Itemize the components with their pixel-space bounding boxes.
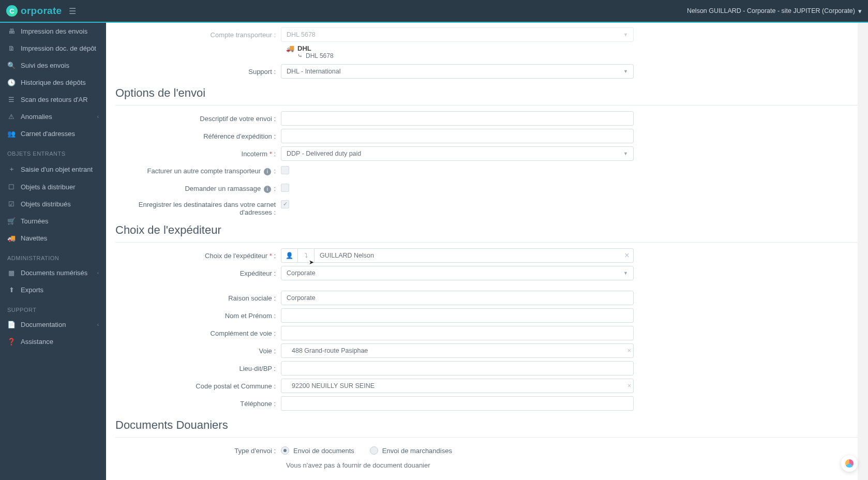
descriptif-input[interactable]	[281, 111, 634, 126]
facturer-autre-checkbox[interactable]	[281, 166, 289, 174]
sidebar-item-scan-retours-ar[interactable]: Scan des retours d'AR	[0, 91, 106, 108]
print-icon	[7, 27, 16, 35]
enregistrer-dest-checkbox[interactable]: ✓	[281, 200, 289, 208]
lieu-dit-label: Lieu-dit/BP :	[115, 365, 281, 372]
section-douane-title: Documents Douaniers	[115, 418, 859, 432]
type-envoi-documents[interactable]: Envoi de documents	[281, 446, 354, 455]
radio-label: Envoi de documents	[293, 447, 354, 455]
sidebar-item-exports[interactable]: Exports	[0, 281, 106, 298]
person-icon[interactable]	[281, 249, 298, 262]
user-display: Nelson GUILLARD - Corporate - site JUPIT…	[687, 7, 855, 14]
code-postal-commune-input[interactable]	[287, 379, 624, 393]
user-menu[interactable]: Nelson GUILLARD - Corporate - site JUPIT…	[687, 7, 862, 15]
facturer-autre-label: Facturer un autre compte transporteur i …	[115, 167, 281, 175]
info-icon[interactable]: i	[264, 186, 271, 193]
truck-icon	[7, 234, 16, 242]
radio-label: Envoi de marchandises	[382, 447, 452, 455]
code-postal-commune-label: Code postal et Commune :	[115, 382, 281, 390]
upload-icon	[7, 286, 16, 294]
choix-expediteur-picker[interactable]: ⤵ GUILLARD Nelson ×	[281, 248, 634, 263]
sidebar-item-impression-envois[interactable]: Impression des envois	[0, 23, 106, 40]
sidebar-item-objets-distribues[interactable]: Objets distribués	[0, 196, 106, 213]
info-icon[interactable]: i	[264, 168, 271, 175]
grid-icon	[7, 269, 16, 277]
clear-icon[interactable]: ×	[624, 347, 631, 354]
sidebar-item-objets-a-distribuer[interactable]: Objets à distribuer	[0, 178, 106, 196]
type-envoi-marchandises[interactable]: Envoi de marchandises	[370, 446, 452, 455]
nom-prenom-label: Nom et Prénom :	[115, 312, 281, 320]
history-icon	[7, 79, 16, 86]
menu-toggle-icon[interactable]: ☰	[69, 6, 76, 16]
branch-icon: ⤷	[297, 52, 303, 59]
sidebar-item-assistance[interactable]: Assistance	[0, 333, 106, 350]
choix-expediteur-value: GUILLARD Nelson	[315, 249, 621, 262]
sidebar-item-suivi-envois[interactable]: Suivi des envois	[0, 57, 106, 74]
sidebar-item-label: Documentation	[21, 321, 66, 328]
carrier-name: DHL	[297, 44, 311, 52]
sidebar-item-anomalies[interactable]: Anomalies ‹	[0, 108, 106, 125]
sidebar-item-navettes[interactable]: Navettes	[0, 230, 106, 247]
sidebar-item-label: Carnet d'adresses	[21, 130, 75, 138]
plus-icon	[7, 164, 16, 174]
type-envoi-label: Type d'envoi :	[115, 447, 281, 455]
sidebar-item-label: Historique des dépôts	[21, 79, 86, 86]
caret-icon: ▼	[623, 32, 628, 37]
swirl-icon	[845, 459, 854, 468]
sidebar-item-label: Exports	[21, 286, 43, 294]
sidebar-item-label: Impression des envois	[21, 27, 87, 35]
caret-icon: ▼	[623, 69, 628, 74]
chevron-left-icon: ‹	[97, 114, 99, 119]
box-icon	[7, 183, 16, 191]
support-value: DHL - International	[287, 68, 623, 75]
complement-voie-label: Complément de voie :	[115, 329, 281, 337]
clear-icon[interactable]: ×	[624, 382, 631, 389]
sidebar-item-tournees[interactable]: Tournées	[0, 213, 106, 230]
voie-input[interactable]	[287, 344, 624, 357]
nom-prenom-input[interactable]	[281, 308, 634, 323]
carrier-tree: DHL ⤷ DHL 5678	[286, 44, 859, 59]
sidebar-item-impression-doc-depot[interactable]: Impression doc. de dépôt	[0, 40, 106, 57]
complement-voie-input[interactable]	[281, 326, 634, 340]
support-label: Support :	[115, 68, 281, 76]
search-icon	[7, 62, 16, 69]
clear-icon[interactable]: ×	[621, 249, 633, 262]
support-select[interactable]: DHL - International ▼	[281, 64, 634, 79]
sidebar-item-label: Objets à distribuer	[21, 183, 76, 191]
org-icon[interactable]: ⤵	[298, 249, 315, 262]
check-icon	[7, 200, 16, 208]
sidebar-item-label: Navettes	[21, 234, 47, 242]
sidebar-item-label: Impression doc. de dépôt	[21, 44, 96, 52]
radio-icon	[281, 446, 289, 455]
docu-icon	[7, 321, 16, 328]
sidebar-item-carnet-adresses[interactable]: Carnet d'adresses	[0, 125, 106, 142]
sidebar-item-label: Saisie d'un objet entrant	[21, 166, 93, 173]
sidebar-item-documents-numerises[interactable]: Documents numérisés ‹	[0, 264, 106, 281]
demander-ramassage-label: Demander un ramassage i :	[115, 185, 281, 193]
expediteur-select[interactable]: Corporate ▼	[281, 266, 634, 280]
caret-icon: ▼	[623, 271, 628, 276]
cart-icon	[7, 217, 16, 225]
scan-icon	[7, 96, 16, 103]
incoterm-select[interactable]: DDP - Delivered duty paid ▼	[281, 146, 634, 161]
sidebar-item-historique-depots[interactable]: Historique des dépôts	[0, 74, 106, 91]
sidebar-item-documentation[interactable]: Documentation ‹	[0, 316, 106, 333]
lieu-dit-input[interactable]	[281, 361, 634, 376]
sidebar-item-saisie-objet-entrant[interactable]: Saisie d'un objet entrant	[0, 160, 106, 178]
chevron-left-icon: ‹	[97, 270, 99, 276]
compte-transporteur-select[interactable]: DHL 5678 ▼	[281, 27, 634, 42]
carrier-account: DHL 5678	[306, 52, 334, 59]
brand[interactable]: C orporate	[6, 5, 62, 17]
right-gutter	[858, 23, 868, 480]
incoterm-value: DDP - Delivered duty paid	[287, 150, 623, 157]
raison-sociale-input[interactable]	[281, 291, 634, 305]
reference-input[interactable]	[281, 129, 634, 143]
chevron-left-icon: ‹	[97, 322, 99, 327]
douane-hint: Vous n'avez pas à fournir de document do…	[286, 461, 859, 469]
expediteur-value: Corporate	[287, 269, 623, 277]
warning-icon	[7, 113, 16, 121]
sidebar-item-label: Anomalies	[21, 113, 52, 121]
enregistrer-dest-label: Enregistrer les destinataires dans votre…	[115, 199, 281, 216]
demander-ramassage-checkbox[interactable]	[281, 184, 289, 192]
help-floating-button[interactable]	[841, 455, 858, 472]
telephone-input[interactable]	[281, 396, 634, 411]
